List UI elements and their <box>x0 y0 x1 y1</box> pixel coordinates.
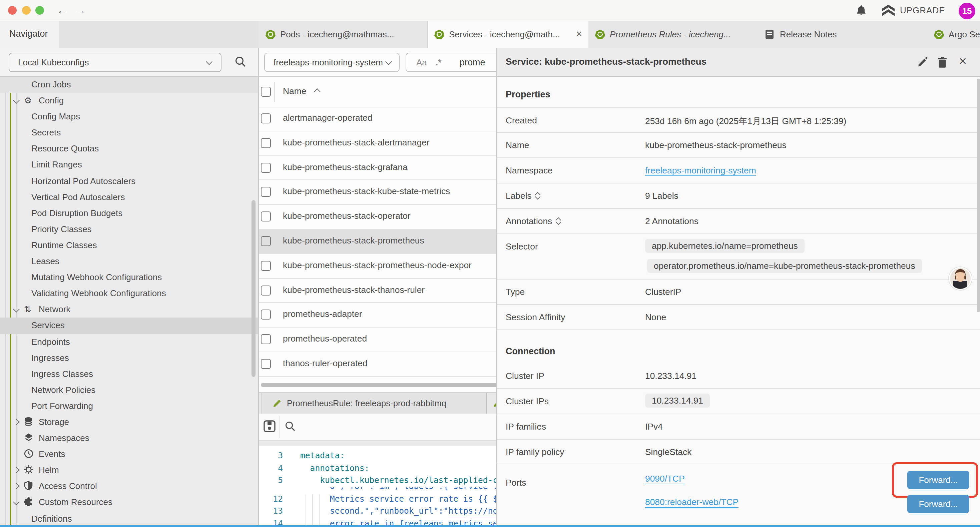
sidebar-item-events[interactable]: Events <box>0 446 258 462</box>
namespace-selector[interactable]: freeleaps-monitoring-system <box>264 53 399 72</box>
table-row-selected[interactable]: kube-prometheus-stack-prometheus <box>259 229 496 254</box>
sidebar-item-runtime-classes[interactable]: Runtime Classes <box>0 237 258 253</box>
sidebar-group-config[interactable]: ⚙Config <box>0 93 258 109</box>
edit-pencil-icon[interactable] <box>917 57 928 67</box>
row-checkbox[interactable] <box>261 212 271 221</box>
row-checkbox[interactable] <box>261 113 271 123</box>
sidebar-item-port-forwarding[interactable]: Port Forwarding <box>0 398 258 414</box>
close-icon[interactable]: ✕ <box>576 29 582 39</box>
sidebar-item-resource-quotas[interactable]: Resource Quotas <box>0 141 258 157</box>
avatar[interactable] <box>948 266 973 291</box>
table-row[interactable]: thanos-ruler-operated <box>259 352 496 377</box>
sidebar-group-access-control[interactable]: Access Control <box>0 479 258 495</box>
table-row[interactable]: prometheus-operated <box>259 328 496 352</box>
sidebar-group-custom-resources[interactable]: Custom Resources <box>0 495 258 511</box>
table-row[interactable]: kube-prometheus-stack-operator <box>259 205 496 229</box>
sidebar-item-network-policies[interactable]: Network Policies <box>0 382 258 398</box>
table-row[interactable]: kube-prometheus-stack-prometheus-node-ex… <box>259 254 496 279</box>
table-row[interactable]: kube-prometheus-stack-thanos-ruler <box>259 279 496 303</box>
sidebar-group-helm[interactable]: Helm <box>0 463 258 479</box>
yaml-editor[interactable]: 3metadata: 4 annotations: 5 kubectl.kube… <box>259 446 496 527</box>
toolbar-divider <box>280 416 280 438</box>
navigator-tab[interactable]: Navigator <box>0 21 59 48</box>
row-checkbox[interactable] <box>261 162 271 172</box>
upgrade-button[interactable]: UPGRADE <box>900 5 945 15</box>
sidebar-group-storage[interactable]: Storage <box>0 414 258 430</box>
chevron-right-icon <box>13 467 20 474</box>
forward-button[interactable]: → <box>75 2 86 19</box>
sidebar-group-network[interactable]: ⇅Network <box>0 302 258 318</box>
forward-button-9090[interactable]: Forward... <box>907 471 969 489</box>
editor-tab-next-partial[interactable] <box>489 393 496 414</box>
sidebar-item-mutating-webhook-configurations[interactable]: Mutating Webhook Configurations <box>0 269 258 285</box>
sidebar-item-secrets[interactable]: Secrets <box>0 125 258 141</box>
match-case-toggle[interactable]: Aa <box>416 57 427 67</box>
sidebar-item-cron-jobs[interactable]: Cron Jobs <box>0 77 258 93</box>
row-checkbox[interactable] <box>261 187 271 197</box>
table-row[interactable]: alertmanager-operated <box>259 107 496 131</box>
forward-button-8080[interactable]: Forward... <box>907 495 969 513</box>
sidebar-scrollbar[interactable] <box>251 200 256 377</box>
shield-icon <box>24 481 33 490</box>
editor-line: 5 kubectl.kubernetes.io/last-applied-co <box>259 474 496 487</box>
table-row[interactable]: kube-prometheus-stack-alertmanager <box>259 131 496 156</box>
namespace-link[interactable]: freeleaps-monitoring-system <box>645 166 756 176</box>
row-checkbox[interactable] <box>261 310 271 320</box>
close-icon[interactable]: ✕ <box>959 56 967 67</box>
sidebar-item-namespaces[interactable]: Namespaces <box>0 430 258 446</box>
port-link-9090[interactable]: 9090/TCP <box>645 474 685 484</box>
notification-count-badge[interactable]: 15 <box>959 3 975 19</box>
sidebar-item-endpoints[interactable]: Endpoints <box>0 334 258 350</box>
cluster-ip-chip: 10.233.14.91 <box>645 393 710 408</box>
sidebar-item-services[interactable]: Services <box>0 318 258 334</box>
horizontal-scrollbar[interactable] <box>261 383 496 387</box>
sidebar-item-config-maps[interactable]: Config Maps <box>0 109 258 125</box>
row-checkbox[interactable] <box>261 334 271 344</box>
notifications-bell-icon[interactable] <box>856 5 867 16</box>
sidebar-item-ingress-classes[interactable]: Ingress Classes <box>0 366 258 382</box>
sidebar-item-pod-disruption-budgets[interactable]: Pod Disruption Budgets <box>0 205 258 221</box>
tab-argo[interactable]: Argo Se <box>927 21 980 48</box>
zoom-window-button[interactable] <box>35 6 44 15</box>
kubeconfig-selector[interactable]: Local Kubeconfigs <box>9 53 221 72</box>
editor-tab-prometheusrule[interactable]: PrometheusRule: freeleaps-prod-rabbitmq <box>261 393 487 414</box>
sidebar-item-priority-classes[interactable]: Priority Classes <box>0 221 258 237</box>
back-button[interactable]: ← <box>57 2 68 19</box>
save-icon[interactable] <box>264 420 275 432</box>
sidebar-item-leases[interactable]: Leases <box>0 253 258 269</box>
details-scrollbar[interactable] <box>977 79 980 312</box>
port-link-8080[interactable]: 8080:reloader-web/TCP <box>645 497 738 508</box>
row-checkbox[interactable] <box>261 359 271 369</box>
tab-pods[interactable]: Pods - icecheng@mathmas... <box>259 21 428 48</box>
table-row[interactable]: kube-prometheus-stack-grafana <box>259 156 496 180</box>
editor-search-icon[interactable] <box>285 421 296 431</box>
editor-line: 3metadata: <box>259 450 496 462</box>
select-all-checkbox[interactable] <box>261 87 271 97</box>
row-checkbox[interactable] <box>261 138 271 148</box>
column-header-name[interactable]: Name <box>283 86 306 96</box>
filter-query-text: prome <box>460 57 485 67</box>
tab-services-active[interactable]: Services - icecheng@math... ✕ <box>427 21 590 49</box>
row-checkbox[interactable] <box>261 261 271 271</box>
regex-toggle[interactable]: .* <box>436 57 441 67</box>
close-window-button[interactable] <box>8 6 17 15</box>
trash-icon[interactable] <box>937 57 947 68</box>
row-checkbox[interactable] <box>261 285 271 295</box>
sidebar-item-horizontal-pod-autoscalers[interactable]: Horizontal Pod Autoscalers <box>0 173 258 189</box>
tab-release-notes[interactable]: Release Notes <box>759 21 928 48</box>
minimize-window-button[interactable] <box>22 6 31 15</box>
tab-prometheus-rules[interactable]: Prometheus Rules - icecheng... <box>589 21 759 48</box>
sidebar-item-limit-ranges[interactable]: Limit Ranges <box>0 157 258 173</box>
sidebar-item-validating-webhook-configurations[interactable]: Validating Webhook Configurations <box>0 285 258 301</box>
upgrade-chevrons-icon[interactable] <box>882 5 895 17</box>
sidebar-search-icon[interactable] <box>235 56 246 67</box>
expand-collapse-icon[interactable] <box>535 191 540 199</box>
table-row[interactable]: kube-prometheus-stack-kube-state-metrics <box>259 180 496 205</box>
edit-pencil-icon <box>493 398 496 408</box>
table-row[interactable]: prometheus-adapter <box>259 303 496 328</box>
sidebar-item-definitions[interactable]: Definitions <box>0 511 258 527</box>
row-checkbox[interactable] <box>261 236 271 246</box>
expand-collapse-icon[interactable] <box>555 216 561 224</box>
sidebar-item-vertical-pod-autoscalers[interactable]: Vertical Pod Autoscalers <box>0 189 258 205</box>
sidebar-item-ingresses[interactable]: Ingresses <box>0 350 258 366</box>
